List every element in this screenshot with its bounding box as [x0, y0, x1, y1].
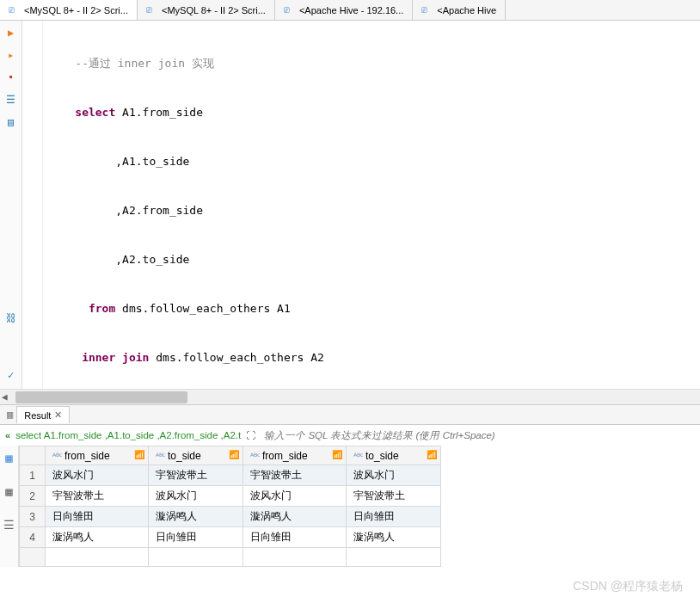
table-row[interactable]: 2宇智波带土波风水门波风水门宇智波带土	[20, 486, 441, 507]
tab-label: <MySQL 8+ - II 2> Scri...	[24, 5, 128, 15]
grid-mode-icon[interactable]: ▦	[5, 451, 12, 465]
tab-0[interactable]: ⎚<MySQL 8+ - II 2> Scri...	[0, 0, 138, 20]
commit-icon[interactable]: ✓	[4, 368, 18, 382]
result-panel-tabs: ▦ Result ✕	[0, 404, 700, 425]
tab-1[interactable]: ⎚<MySQL 8+ - II 2> Scri...	[138, 0, 275, 20]
tab-2[interactable]: ⎚<Apache Hive - 192.16...	[275, 0, 413, 20]
stop-icon[interactable]: ▪	[4, 71, 18, 84]
editor-gutter	[22, 21, 43, 389]
editor-sidebar: ▶ ▸ ▪ ☰ ▤ ⛓ ✓	[0, 21, 22, 389]
sql-file-icon: ⎚	[421, 4, 433, 16]
list-icon[interactable]: ☰	[4, 93, 18, 107]
link-icon[interactable]: ⛓	[4, 311, 18, 325]
tab-3[interactable]: ⎚<Apache Hive	[413, 0, 506, 20]
chevron-left-icon[interactable]: «	[5, 430, 10, 440]
col-header-2[interactable]: ᴬᴮᶜfrom_side📶	[243, 446, 347, 465]
sql-file-icon: ⎚	[9, 4, 21, 16]
run-icon[interactable]: ▶	[4, 26, 18, 40]
grid-icon: ▦	[7, 409, 13, 421]
abc-icon: ᴬᴮᶜ	[250, 452, 261, 461]
tab-label: <Apache Hive	[437, 5, 496, 15]
sql-file-icon: ⎚	[284, 4, 296, 16]
result-tab[interactable]: Result ✕	[16, 406, 70, 423]
run-alt-icon[interactable]: ▸	[4, 48, 18, 62]
table-row[interactable]	[20, 548, 441, 567]
result-grid[interactable]: ᴬᴮᶜfrom_side📶 ᴬᴮᶜto_side📶 ᴬᴮᶜfrom_side📶 …	[19, 446, 441, 567]
scroll-left-icon[interactable]: ◀	[2, 391, 8, 403]
tab-label: <MySQL 8+ - II 2> Scri...	[162, 5, 266, 15]
main-area: ▶ ▸ ▪ ☰ ▤ ⛓ ✓ --通过 inner join 实现 select …	[0, 21, 700, 389]
abc-icon: ᴬᴮᶜ	[353, 452, 364, 461]
editor-tabs: ⎚<MySQL 8+ - II 2> Scri... ⎚<MySQL 8+ - …	[0, 0, 700, 21]
watermark: CSDN @程序猿老杨	[573, 579, 683, 594]
result-grid-wrap: ▦ ▦ ☰ ᴬᴮᶜfrom_side📶 ᴬᴮᶜto_side📶 ᴬᴮᶜfrom_…	[0, 446, 700, 567]
table-header-row: ᴬᴮᶜfrom_side📶 ᴬᴮᶜto_side📶 ᴬᴮᶜfrom_side📶 …	[20, 446, 441, 465]
col-header-0[interactable]: ᴬᴮᶜfrom_side📶	[46, 446, 149, 465]
grid-sidebar: ▦ ▦ ☰	[0, 446, 19, 567]
close-icon[interactable]: ✕	[54, 409, 62, 421]
filter-icon[interactable]: 📶	[134, 450, 144, 459]
filter-icon[interactable]: 📶	[427, 450, 437, 459]
expand-icon[interactable]: ⛶	[246, 430, 255, 440]
filter-icon[interactable]: 📶	[229, 450, 239, 459]
sql-file-icon: ⎚	[146, 4, 158, 16]
horizontal-scrollbar[interactable]: ◀	[0, 389, 700, 404]
abc-icon: ᴬᴮᶜ	[52, 452, 63, 461]
sql-editor[interactable]: --通过 inner join 实现 select A1.from_side ,…	[22, 21, 700, 389]
abc-icon: ᴬᴮᶜ	[156, 452, 166, 461]
tab-label: <Apache Hive - 192.16...	[299, 5, 403, 15]
result-query-text: select A1.from_side ,A1.to_side ,A2.from…	[15, 430, 241, 440]
scroll-thumb[interactable]	[15, 391, 187, 403]
code: --通过 inner join 实现 select A1.from_side ,…	[22, 21, 700, 389]
result-toolbar: « select A1.from_side ,A1.to_side ,A2.fr…	[0, 425, 700, 446]
table-row[interactable]: 3日向雏田漩涡鸣人漩涡鸣人日向雏田	[20, 507, 441, 527]
rownum-header[interactable]	[20, 446, 46, 465]
panel-icon[interactable]: ▤	[4, 115, 18, 129]
col-header-3[interactable]: ᴬᴮᶜto_side📶	[347, 446, 441, 465]
filter-input[interactable]	[261, 428, 695, 442]
grid-mode-icon-2[interactable]: ▦	[5, 484, 12, 499]
record-icon[interactable]: ☰	[3, 518, 15, 532]
result-tab-label: Result	[24, 410, 51, 421]
filter-icon[interactable]: 📶	[332, 450, 342, 459]
table-row[interactable]: 4漩涡鸣人日向雏田日向雏田漩涡鸣人	[20, 527, 441, 548]
col-header-1[interactable]: ᴬᴮᶜto_side📶	[149, 446, 243, 465]
table-row[interactable]: 1波风水门宇智波带土宇智波带土波风水门	[20, 465, 441, 486]
